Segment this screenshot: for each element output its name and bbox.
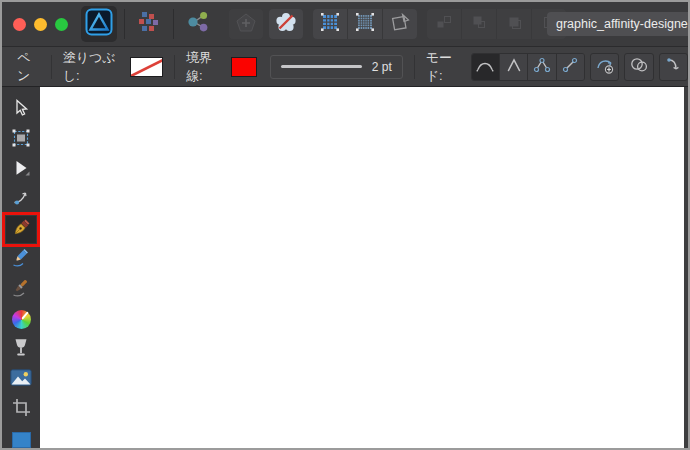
smart-mode-button[interactable] <box>500 54 528 80</box>
pencil-tool-icon <box>11 248 31 272</box>
rectangle-tool[interactable] <box>6 426 36 450</box>
transform-mode-icon <box>390 12 411 36</box>
vector-crop-tool[interactable] <box>6 396 36 423</box>
place-image-tool-icon <box>10 369 32 390</box>
snapping-button-group <box>313 9 417 39</box>
minimize-window-button[interactable] <box>34 18 47 31</box>
color-wheel-icon <box>12 310 31 329</box>
place-image-tool[interactable] <box>6 366 36 393</box>
fill-gradient-tool[interactable] <box>6 306 36 333</box>
color-swatches-icon <box>138 11 160 37</box>
toolbar-separator <box>124 9 125 39</box>
arrange-button-1 <box>427 9 462 39</box>
move-tool-icon <box>13 99 29 121</box>
context-separator <box>51 55 52 79</box>
artboard-tool[interactable] <box>6 126 36 153</box>
share-icon <box>186 11 210 37</box>
traffic-lights <box>13 18 68 31</box>
context-separator <box>174 55 175 79</box>
transparency-tool-icon <box>14 338 28 361</box>
arrange-button-3 <box>497 9 532 39</box>
right-window-edge <box>684 87 688 448</box>
no-style-icon <box>275 12 297 37</box>
main-area <box>2 87 688 448</box>
pen-tool-icon <box>11 218 31 242</box>
mode-label: モード: <box>426 49 463 85</box>
trim-mode-icon <box>663 56 683 77</box>
pen-mode-button[interactable] <box>472 54 500 80</box>
polygon-mode-button[interactable] <box>528 54 556 80</box>
fill-label: 塗りつぶし: <box>63 49 123 85</box>
no-fill-icon <box>131 58 163 76</box>
transform-mode-button[interactable] <box>383 9 417 39</box>
geometry-mode-button[interactable] <box>624 53 653 81</box>
vector-crop-tool-icon <box>12 398 31 421</box>
arrange-button-2 <box>462 9 497 39</box>
node-tool-icon <box>13 159 30 181</box>
no-style-button[interactable] <box>269 9 303 39</box>
zoom-window-button[interactable] <box>55 18 68 31</box>
stroke-color-swatch[interactable] <box>231 57 257 77</box>
context-toolbar: ペン 塗りつぶし: 境界線: 2 pt モード: <box>2 46 688 87</box>
pixel-grid-icon <box>355 12 375 36</box>
corner-tool[interactable] <box>6 186 36 213</box>
affinity-designer-logo <box>85 8 113 40</box>
pen-mode-group <box>471 53 585 81</box>
color-swatches-button[interactable] <box>132 9 166 39</box>
add-style-button <box>229 9 263 39</box>
arrange-icon-3 <box>505 13 523 35</box>
geometry-mode-icon <box>628 56 650 77</box>
affinity-designer-window: graphic_affinity-designer-c ペン 塗りつぶし: 境界… <box>0 0 690 450</box>
snap-grid-button[interactable] <box>313 9 348 39</box>
tools-panel <box>2 87 40 448</box>
affinity-designer-logo-button[interactable] <box>81 6 117 42</box>
stroke-label: 境界線: <box>186 49 222 85</box>
polygon-mode-icon <box>532 57 552 76</box>
trim-mode-button[interactable] <box>659 53 688 81</box>
node-tool[interactable] <box>6 156 36 183</box>
pencil-tool[interactable] <box>6 246 36 273</box>
transparency-tool[interactable] <box>6 336 36 363</box>
titlebar: graphic_affinity-designer-c <box>2 2 688 46</box>
add-curve-mode-icon <box>594 56 616 77</box>
close-window-button[interactable] <box>13 18 26 31</box>
pen-tool[interactable] <box>6 216 36 243</box>
arrange-icon-2 <box>470 13 488 35</box>
corner-tool-icon <box>12 189 31 210</box>
line-mode-icon <box>560 57 580 76</box>
line-mode-button[interactable] <box>557 54 584 80</box>
smart-mode-icon <box>504 57 524 76</box>
fill-color-swatch[interactable] <box>130 57 163 77</box>
document-canvas[interactable] <box>40 87 684 448</box>
pixel-grid-button[interactable] <box>348 9 383 39</box>
context-separator <box>414 55 415 79</box>
add-curve-mode-button[interactable] <box>590 53 619 81</box>
stroke-width-slider[interactable] <box>281 65 362 68</box>
snap-grid-icon <box>320 12 340 36</box>
arrange-icon-1 <box>435 13 453 35</box>
active-tool-label: ペン <box>17 49 40 85</box>
vector-brush-tool-icon <box>11 278 31 302</box>
add-style-icon <box>236 13 256 36</box>
move-tool[interactable] <box>6 96 36 123</box>
rectangle-tool-icon <box>12 432 31 448</box>
share-button[interactable] <box>181 9 215 39</box>
artboard-tool-icon <box>11 128 31 152</box>
stroke-width-value[interactable]: 2 pt <box>372 60 392 74</box>
vector-brush-tool[interactable] <box>6 276 36 303</box>
stroke-width-control[interactable]: 2 pt <box>270 55 403 79</box>
document-title-field[interactable]: graphic_affinity-designer-c <box>547 12 690 36</box>
toolbar-separator <box>173 9 174 39</box>
arrange-button-group <box>427 9 566 39</box>
pen-mode-icon <box>475 57 495 76</box>
